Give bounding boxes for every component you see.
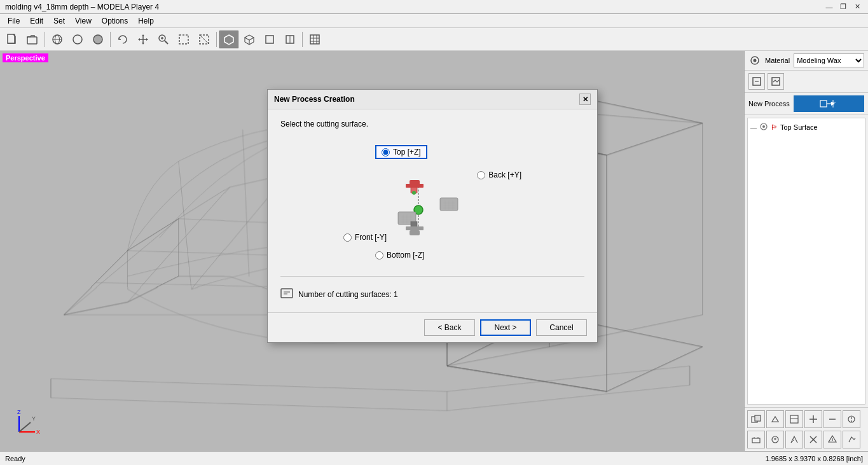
- maximize-button[interactable]: ❐: [837, 2, 849, 12]
- cutting-info-icon: [280, 287, 293, 302]
- surface-diagram: Top [+Z] Back [+Y]: [343, 145, 521, 260]
- svg-text:Y: Y: [32, 415, 36, 422]
- svg-rect-64: [820, 101, 827, 107]
- menu-view[interactable]: View: [70, 15, 97, 27]
- menu-help[interactable]: Help: [133, 15, 159, 27]
- window-controls: — ❐ ✕: [823, 2, 863, 12]
- option-bottom[interactable]: Bottom [-Z]: [375, 251, 424, 260]
- svg-line-17: [200, 35, 209, 44]
- rp-bottom-btn-9[interactable]: [785, 431, 803, 448]
- rp-bottom-btn-12[interactable]: [843, 431, 860, 448]
- cancel-button[interactable]: Cancel: [536, 319, 587, 336]
- material-dropdown[interactable]: Modeling Wax Chemical Wood Acrylic: [794, 53, 864, 67]
- dialog-footer: < Back Next > Cancel: [268, 312, 597, 342]
- svg-rect-81: [752, 438, 760, 443]
- toolbar-open[interactable]: [23, 31, 42, 48]
- dialog-body: Select the cutting surface. Top [+Z]: [268, 109, 597, 312]
- new-process-row: New Process: [745, 93, 868, 115]
- svg-marker-18: [224, 35, 233, 45]
- rp-bottom-btn-5[interactable]: [823, 410, 841, 428]
- next-button[interactable]: Next >: [480, 319, 531, 336]
- toolbar-view-side[interactable]: [280, 31, 300, 48]
- material-row: Material Modeling Wax Chemical Wood Acry…: [745, 51, 868, 71]
- dialog-instruction: Select the cutting surface.: [280, 120, 584, 128]
- statusbar: Ready 1.9685 x 3.9370 x 0.8268 [inch]: [0, 451, 868, 465]
- toolbar-sphere[interactable]: [68, 31, 87, 48]
- toolbar-zoom[interactable]: [154, 31, 173, 48]
- option-front[interactable]: Front [-Y]: [343, 233, 387, 242]
- back-button[interactable]: < Back: [424, 319, 475, 336]
- new-process-dialog: New Process Creation ✕ Select the cuttin…: [267, 89, 598, 343]
- toolbar-sep-4: [302, 32, 303, 47]
- toolbar-circle[interactable]: [88, 31, 107, 48]
- rp-bottom-btn-11[interactable]: [823, 431, 841, 448]
- toolbar-sep-2: [110, 32, 111, 47]
- svg-rect-72: [755, 415, 761, 421]
- svg-rect-0: [8, 34, 15, 43]
- toolbar-view-front[interactable]: [260, 31, 279, 48]
- menu-set[interactable]: Set: [48, 15, 70, 27]
- toolbar-new[interactable]: [3, 31, 22, 48]
- svg-rect-63: [772, 78, 780, 85]
- minimize-button[interactable]: —: [823, 2, 835, 12]
- svg-rect-73: [790, 415, 798, 423]
- dialog-title: New Process Creation: [274, 95, 355, 104]
- process-tree: — 🏳 Top Surface: [747, 118, 865, 405]
- toolbar-view-iso[interactable]: [240, 31, 259, 48]
- toolbar-view3d[interactable]: [219, 31, 238, 48]
- svg-line-55: [19, 422, 31, 432]
- right-panel: Material Modeling Wax Chemical Wood Acry…: [744, 51, 868, 451]
- dialog-close-button[interactable]: ✕: [579, 94, 591, 105]
- rp-bottom-icon-row: [745, 407, 868, 431]
- rp-bottom-btn-4[interactable]: [804, 410, 822, 428]
- material-icon: [748, 54, 761, 67]
- svg-rect-92: [406, 184, 424, 188]
- rp-bottom-btn-8[interactable]: [766, 431, 784, 448]
- svg-rect-1: [27, 37, 37, 44]
- toolbar-move[interactable]: [134, 31, 153, 48]
- rp-bottom-btn-7[interactable]: [747, 431, 765, 448]
- toolbar-sep-1: [45, 32, 45, 47]
- svg-marker-9: [138, 38, 140, 41]
- svg-line-39: [64, 219, 179, 315]
- toolbar-select2[interactable]: [195, 31, 214, 48]
- menu-edit[interactable]: Edit: [25, 15, 48, 27]
- option-back[interactable]: Back [+Y]: [477, 170, 521, 179]
- option-top[interactable]: Top [+Z]: [375, 145, 427, 159]
- rp-icon-btn-1[interactable]: [748, 73, 765, 90]
- rp-bottom-btn-10[interactable]: [804, 431, 822, 448]
- new-process-button[interactable]: [794, 95, 864, 112]
- diagram-icons: [388, 180, 471, 237]
- tree-flag-icon: 🏳: [771, 123, 778, 131]
- tree-label-top-surface: Top Surface: [780, 123, 818, 131]
- dialog-titlebar: New Process Creation ✕: [268, 90, 597, 109]
- svg-point-60: [754, 59, 757, 62]
- svg-marker-7: [142, 34, 144, 36]
- rp-bottom-btn-1[interactable]: [747, 410, 765, 428]
- close-button[interactable]: ✕: [851, 2, 863, 12]
- tree-row-top-surface: — 🏳 Top Surface: [750, 121, 862, 134]
- material-label: Material: [765, 57, 790, 64]
- cutting-info: Number of cutting surfaces: 1: [280, 287, 584, 302]
- toolbar: [0, 28, 868, 51]
- menu-options[interactable]: Options: [97, 15, 133, 27]
- dialog-separator: [280, 276, 584, 277]
- rp-icon-row: [745, 71, 868, 93]
- svg-rect-99: [281, 289, 293, 298]
- titlebar: molding v4_18mm depth – MODELA Player 4 …: [0, 0, 868, 14]
- axis-indicator: Z X Y: [13, 406, 45, 438]
- toolbar-rotate[interactable]: [113, 31, 132, 48]
- rp-bottom-btn-3[interactable]: [785, 410, 803, 428]
- svg-rect-15: [179, 35, 188, 44]
- rp-bottom-btn-6[interactable]: [843, 410, 860, 428]
- svg-point-6: [93, 35, 102, 44]
- tree-expand-icon[interactable]: —: [750, 124, 757, 131]
- toolbar-select1[interactable]: [174, 31, 193, 48]
- menu-file[interactable]: File: [3, 15, 25, 27]
- rp-bottom-btn-2[interactable]: [766, 410, 784, 428]
- rp-icon-btn-2[interactable]: [768, 73, 784, 90]
- new-process-label: New Process: [748, 100, 790, 108]
- svg-marker-10: [146, 38, 148, 41]
- toolbar-grid[interactable]: [305, 31, 324, 48]
- toolbar-globe[interactable]: [48, 31, 67, 48]
